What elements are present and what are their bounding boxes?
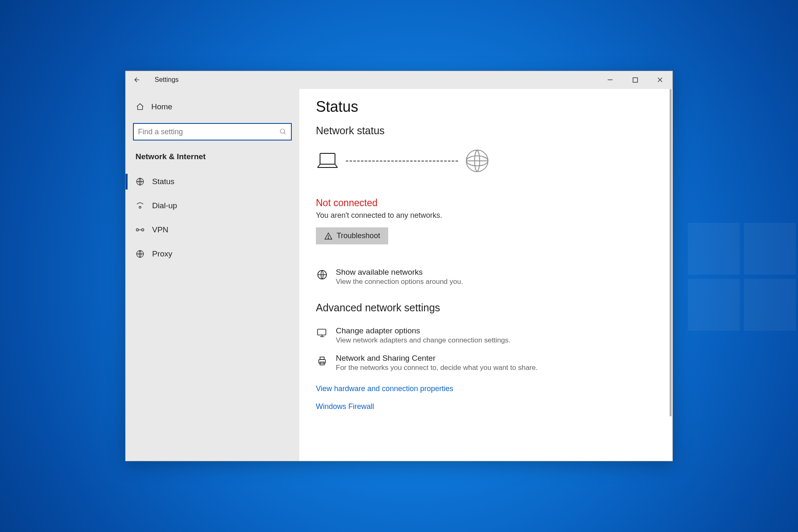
app-title: Settings xyxy=(155,76,179,84)
dialup-icon xyxy=(135,201,145,210)
sidebar-category: Network & Internet xyxy=(126,145,299,165)
window-controls xyxy=(598,71,672,89)
titlebar[interactable]: Settings xyxy=(126,71,672,89)
status-subtext: You aren't connected to any networks. xyxy=(316,211,656,220)
sharing-title: Network and Sharing Center xyxy=(336,354,538,363)
svg-rect-14 xyxy=(320,357,324,360)
svg-rect-0 xyxy=(633,78,638,82)
sidebar-item-label: Status xyxy=(152,177,175,186)
svg-point-1 xyxy=(280,129,285,133)
search-wrap xyxy=(126,123,299,145)
link-hardware-properties[interactable]: View hardware and connection properties xyxy=(316,384,656,393)
sidebar-item-label: Proxy xyxy=(152,249,172,259)
sidebar-home[interactable]: Home xyxy=(126,98,299,116)
network-diagram xyxy=(316,148,656,173)
adapter-options-block[interactable]: Change adapter options View network adap… xyxy=(316,326,656,345)
show-networks-title: Show available networks xyxy=(336,268,463,277)
globe-wire-icon xyxy=(316,268,328,281)
close-button[interactable] xyxy=(648,71,672,89)
monitor-icon xyxy=(316,327,328,340)
globe-large-icon xyxy=(465,148,490,173)
laptop-icon xyxy=(316,152,339,170)
adapter-title: Change adapter options xyxy=(336,326,510,335)
settings-window: Settings Home xyxy=(125,71,673,461)
troubleshoot-button[interactable]: Troubleshoot xyxy=(316,227,388,244)
maximize-icon xyxy=(633,77,638,83)
svg-point-10 xyxy=(328,238,328,238)
minimize-icon xyxy=(607,77,613,83)
home-label: Home xyxy=(151,102,172,111)
vpn-icon xyxy=(135,225,145,234)
sidebar-item-label: Dial-up xyxy=(152,201,177,210)
sidebar-item-label: VPN xyxy=(152,225,168,234)
show-networks-block[interactable]: Show available networks View the connect… xyxy=(316,268,656,286)
svg-point-4 xyxy=(136,229,139,231)
sidebar-item-status[interactable]: Status xyxy=(126,170,299,194)
scrollbar[interactable] xyxy=(670,89,672,416)
search-icon xyxy=(279,128,287,135)
sidebar-item-vpn[interactable]: VPN xyxy=(126,218,299,242)
svg-point-3 xyxy=(139,206,141,208)
search-input[interactable] xyxy=(138,128,279,136)
back-arrow-icon xyxy=(133,76,140,84)
show-networks-sub: View the connection options around you. xyxy=(336,278,463,286)
globe-wire-icon xyxy=(135,177,145,186)
sidebar-nav: Status Dial-up VPN xyxy=(126,170,299,266)
status-heading: Not connected xyxy=(316,197,656,209)
window-body: Home Network & Internet Status xyxy=(126,89,672,461)
section-network-status: Network status xyxy=(316,125,656,137)
sidebar: Home Network & Internet Status xyxy=(126,89,299,461)
content-area: Status Network status Not connected You … xyxy=(299,89,672,461)
sidebar-item-proxy[interactable]: Proxy xyxy=(126,242,299,266)
close-icon xyxy=(657,77,663,83)
link-windows-firewall[interactable]: Windows Firewall xyxy=(316,402,656,411)
svg-rect-7 xyxy=(320,153,335,164)
sharing-sub: For the networks you connect to, decide … xyxy=(336,364,538,372)
adapter-sub: View network adapters and change connect… xyxy=(336,336,510,345)
sharing-center-block[interactable]: Network and Sharing Center For the netwo… xyxy=(316,354,656,372)
svg-point-5 xyxy=(142,229,144,231)
home-icon xyxy=(135,102,145,111)
page-title: Status xyxy=(316,98,656,116)
proxy-icon xyxy=(135,249,145,259)
maximize-button[interactable] xyxy=(623,71,648,89)
svg-rect-12 xyxy=(318,329,326,335)
back-button[interactable] xyxy=(130,73,143,86)
section-advanced: Advanced network settings xyxy=(316,302,656,314)
printer-icon xyxy=(316,355,328,367)
search-box[interactable] xyxy=(133,123,292,140)
sidebar-item-dialup[interactable]: Dial-up xyxy=(126,194,299,218)
minimize-button[interactable] xyxy=(598,71,623,89)
diagram-dashes xyxy=(346,160,458,162)
troubleshoot-label: Troubleshoot xyxy=(337,232,380,240)
warning-icon xyxy=(324,232,332,240)
